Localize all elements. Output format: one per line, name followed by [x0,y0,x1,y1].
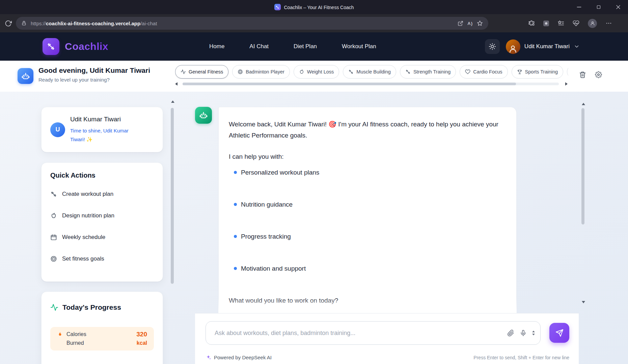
maximize-icon [596,4,602,10]
user-menu-button[interactable]: Udit Kumar Tiwari [506,39,580,54]
stat-number: 320 [136,330,147,339]
plan-tab-strength-training[interactable]: Strength Training [400,65,456,79]
nav-diet-plan[interactable]: Diet Plan [294,43,317,50]
heart-icon [465,69,470,74]
plan-tab-clipped[interactable] [567,65,568,79]
theme-toggle-button[interactable] [485,39,500,54]
message-fade-overlay [218,298,517,313]
browser-toolbar: https://coachlix-ai-fitness-coaching.ver… [0,14,628,32]
favorites-bar-button[interactable] [557,20,564,27]
dumbbell-icon [50,191,57,198]
scroll-right-arrow[interactable] [565,82,568,86]
scrollbar-thumb[interactable] [171,108,174,284]
profile-name: Udit Kumar Tiwari [70,116,144,123]
url-path: /ai-chat [140,21,157,26]
brand[interactable]: Coachlix [43,38,108,55]
scroll-left-arrow[interactable] [175,82,178,86]
minimize-button[interactable] [569,0,589,14]
activity-icon [50,303,58,311]
help-item: Motivation and support [229,263,503,274]
nav-workout-plan[interactable]: Workout Plan [342,43,376,50]
plan-tab-label: Cardio Focus [473,69,502,74]
send-button[interactable] [549,323,569,343]
address-bar[interactable]: https://coachlix-ai-fitness-coaching.ver… [16,17,488,30]
greeting-title: Good evening, Udit Kumar Tiwari [38,66,150,74]
chevron-down-icon[interactable] [532,334,535,335]
chat-input[interactable] [214,329,502,337]
site-info-lock-icon[interactable] [21,21,27,26]
quick-actions-list: Create workout plan Design nutrition pla… [50,191,154,262]
progress-card: Today's Progress Calories Burned 320 kca… [41,292,163,364]
scroll-down-arrow[interactable] [582,301,585,303]
input-scroll-arrows[interactable] [532,331,535,335]
quick-actions-title: Quick Actions [50,172,154,179]
reload-icon [5,20,12,27]
quick-action-label: Set fitness goals [62,255,104,262]
clear-chat-button[interactable] [579,71,586,78]
plan-tab-badminton-player[interactable]: Badminton Player [232,65,290,79]
plan-tab-weight-loss[interactable]: Weight Loss [294,65,339,79]
attach-file-button[interactable] [507,330,514,337]
scrollbar-thumb[interactable] [183,83,516,85]
extension-gray-button[interactable] [543,21,549,26]
maximize-button[interactable] [589,0,608,14]
target-icon [50,255,57,262]
quick-action-label: Weekly schedule [62,234,105,241]
trophy-icon [517,69,522,74]
sidebar-scrollbar[interactable] [170,100,174,364]
chevron-up-icon[interactable] [532,331,535,332]
favorite-star-button[interactable] [477,20,483,26]
user-name: Udit Kumar Tiwari [524,43,570,50]
coachlix-browser-window: Coachlix – Your AI Fitness Coach https:/… [0,0,628,364]
url-scheme: https:// [31,21,46,26]
window-controls [569,0,628,14]
quick-action-create-workout-plan[interactable]: Create workout plan [50,191,154,198]
plan-tab-cardio-focus[interactable]: Cardio Focus [460,65,508,79]
browser-profile-button[interactable] [588,19,597,28]
plan-tab-sports-training[interactable]: Sports Training [512,65,564,79]
extension-gray-icon [543,21,549,26]
browser-menu-button[interactable] [605,20,612,27]
send-plane-icon [555,329,564,337]
sun-icon [489,43,496,50]
quick-action-weekly-schedule[interactable]: Weekly schedule [50,234,154,241]
url-text: https://coachlix-ai-fitness-coaching.ver… [31,21,454,26]
scroll-up-arrow[interactable] [582,103,585,105]
stat-unit: kcal [136,339,147,347]
scroll-up-arrow[interactable] [171,100,174,103]
plan-tab-label: Weight Loss [307,69,334,74]
chat-scrollbar[interactable] [581,103,585,303]
reload-button[interactable] [5,20,12,27]
stat-left: Calories Burned [57,330,104,347]
heart-pulse-icon [573,20,579,27]
nav-ai-chat[interactable]: AI Chat [249,43,269,50]
profile-motivation: Time to shine, Udit Kumar Tiwari! ✨ [70,126,144,144]
microphone-icon [520,330,527,337]
coachlix-logo-icon [43,38,59,55]
scrollbar-track[interactable] [183,83,559,85]
settings-button[interactable] [595,71,602,78]
close-button[interactable] [608,0,628,14]
plan-tab-general-fitness[interactable]: General Fitness [175,65,228,79]
open-in-new-button[interactable] [458,21,463,26]
plan-tab-muscle-building[interactable]: Muscle Building [343,65,396,79]
plan-tab-label: General Fitness [189,69,223,74]
sparkles-icon [206,355,211,360]
coach-bot-icon [18,68,33,84]
voice-input-button[interactable] [520,330,527,337]
paperclip-icon [507,330,514,337]
assistant-help-intro: I can help you with: [229,151,503,162]
powered-by-text: Powered by DeepSeek AI [214,355,272,360]
scrollbar-thumb[interactable] [581,108,584,224]
dumbbell-icon [405,69,411,74]
activity-icon [181,69,186,74]
quick-action-set-fitness-goals[interactable]: Set fitness goals [50,255,154,262]
subheader-actions [579,71,602,78]
apple-icon [50,212,57,219]
read-aloud-button[interactable]: A) [467,21,473,26]
extensions-button[interactable] [528,20,535,27]
quick-action-design-nutrition-plan[interactable]: Design nutrition plan [50,212,154,219]
nav-home[interactable]: Home [209,43,224,50]
plan-tabs-scrollbar [175,82,568,86]
browser-essentials-button[interactable] [573,20,579,27]
